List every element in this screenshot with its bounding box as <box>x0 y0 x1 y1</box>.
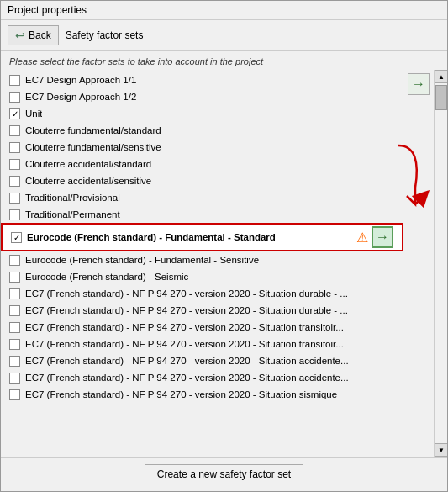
item-text: EC7 (French standard) - NF P 94 270 - ve… <box>25 288 348 299</box>
item-text: EC7 (French standard) - NF P 94 270 - ve… <box>25 373 349 383</box>
list-item[interactable]: EC7 (French standard) - NF P 94 270 - ve… <box>1 386 403 403</box>
item-text: Clouterre fundamental/standard <box>25 125 161 135</box>
item-text: Unit <box>25 108 42 119</box>
checkbox[interactable] <box>9 159 20 170</box>
item-text: Eurocode (French standard) - Fundamental… <box>27 232 276 242</box>
window-title: Project properties <box>1 1 447 20</box>
list-item[interactable]: EC7 (French standard) - NF P 94 270 - ve… <box>1 302 403 319</box>
list-item[interactable]: Clouterre fundamental/standard <box>1 122 403 139</box>
checkbox[interactable] <box>9 92 20 103</box>
item-text: EC7 Design Approach 1/2 <box>25 92 136 102</box>
checkbox[interactable] <box>9 176 20 187</box>
list-item[interactable]: EC7 (French standard) - NF P 94 270 - ve… <box>1 336 403 352</box>
list-item[interactable]: EC7 (French standard) - NF P 94 270 - ve… <box>1 352 403 369</box>
row-icons: ⚠→ <box>353 226 393 248</box>
side-panel: → <box>403 70 434 457</box>
checkbox[interactable] <box>9 193 20 204</box>
header-bar: ↩ Back Safety factor sets <box>1 20 447 51</box>
list-item[interactable]: Clouterre accidental/standard <box>1 156 403 172</box>
back-button[interactable]: ↩ Back <box>8 25 59 45</box>
item-text: EC7 (French standard) - NF P 94 270 - ve… <box>25 305 348 315</box>
checkbox[interactable] <box>9 142 20 153</box>
back-label: Back <box>29 29 51 41</box>
checkbox[interactable] <box>9 322 20 333</box>
checkbox[interactable] <box>9 288 20 299</box>
checkbox[interactable] <box>9 305 20 316</box>
warning-icon: ⚠ <box>356 230 368 246</box>
create-safety-factor-button[interactable]: Create a new safety factor set <box>145 464 303 484</box>
item-text: EC7 (French standard) - NF P 94 270 - ve… <box>25 356 349 366</box>
list-item[interactable]: Traditional/Provisional <box>1 189 403 206</box>
checkbox[interactable] <box>9 209 20 220</box>
checkbox[interactable] <box>11 232 22 243</box>
item-text: EC7 (French standard) - NF P 94 270 - ve… <box>25 339 344 349</box>
item-text: EC7 (French standard) - NF P 94 270 - ve… <box>25 322 344 332</box>
item-text: Clouterre accidental/standard <box>25 159 151 169</box>
list-item[interactable]: Clouterre fundamental/sensitive <box>1 139 403 156</box>
checkbox[interactable] <box>9 75 20 86</box>
list-item[interactable]: Eurocode (French standard) - Seismic <box>1 268 403 285</box>
scrollbar-thumb[interactable] <box>435 85 447 110</box>
checkbox[interactable] <box>9 125 20 136</box>
list-item[interactable]: EC7 Design Approach 1/2 <box>1 88 403 105</box>
checkbox[interactable] <box>9 272 20 283</box>
scrollbar[interactable]: ▲ ▼ <box>434 70 447 457</box>
factor-set-list[interactable]: EC7 Design Approach 1/1EC7 Design Approa… <box>1 70 403 457</box>
subtitle-text: Please select the factor sets to take in… <box>1 51 447 70</box>
list-item[interactable]: Traditional/Permanent <box>1 206 403 223</box>
checkbox[interactable] <box>9 356 20 367</box>
list-item[interactable]: Clouterre accidental/sensitive <box>1 172 403 189</box>
checkbox[interactable] <box>9 108 20 119</box>
scroll-up-button[interactable]: ▲ <box>435 70 447 83</box>
project-properties-window: Project properties ↩ Back Safety factor … <box>0 0 448 492</box>
section-title: Safety factor sets <box>66 29 144 41</box>
footer: Create a new safety factor set <box>1 457 447 491</box>
list-item[interactable]: EC7 (French standard) - NF P 94 270 - ve… <box>1 285 403 302</box>
item-text: EC7 (French standard) - NF P 94 270 - ve… <box>25 389 337 399</box>
item-text: Eurocode (French standard) - Seismic <box>25 272 188 282</box>
list-item[interactable]: Eurocode (French standard) - Fundamental… <box>1 251 403 268</box>
checkbox[interactable] <box>9 255 20 266</box>
item-text: Traditional/Provisional <box>25 193 120 203</box>
list-item[interactable]: EC7 (French standard) - NF P 94 270 - ve… <box>1 369 403 386</box>
item-text: Eurocode (French standard) - Fundamental… <box>25 255 259 265</box>
list-item[interactable]: EC7 (French standard) - NF P 94 270 - ve… <box>1 319 403 336</box>
scroll-down-button[interactable]: ▼ <box>435 443 447 457</box>
list-item[interactable]: EC7 Design Approach 1/1 <box>1 71 403 88</box>
item-text: Traditional/Permanent <box>25 209 120 220</box>
item-text: EC7 Design Approach 1/1 <box>25 75 136 85</box>
checkbox[interactable] <box>9 339 20 350</box>
content-area: EC7 Design Approach 1/1EC7 Design Approa… <box>1 70 447 457</box>
list-item[interactable]: Unit <box>1 105 403 122</box>
arrow-button-top[interactable]: → <box>408 73 430 95</box>
checkbox[interactable] <box>9 373 20 384</box>
list-item[interactable]: Eurocode (French standard) - Fundamental… <box>1 223 403 251</box>
checkbox[interactable] <box>9 389 20 400</box>
back-arrow-icon: ↩ <box>15 29 25 42</box>
item-text: Clouterre fundamental/sensitive <box>25 142 161 152</box>
item-text: Clouterre accidental/sensitive <box>25 176 151 186</box>
arrow-button-highlighted[interactable]: → <box>372 226 393 248</box>
